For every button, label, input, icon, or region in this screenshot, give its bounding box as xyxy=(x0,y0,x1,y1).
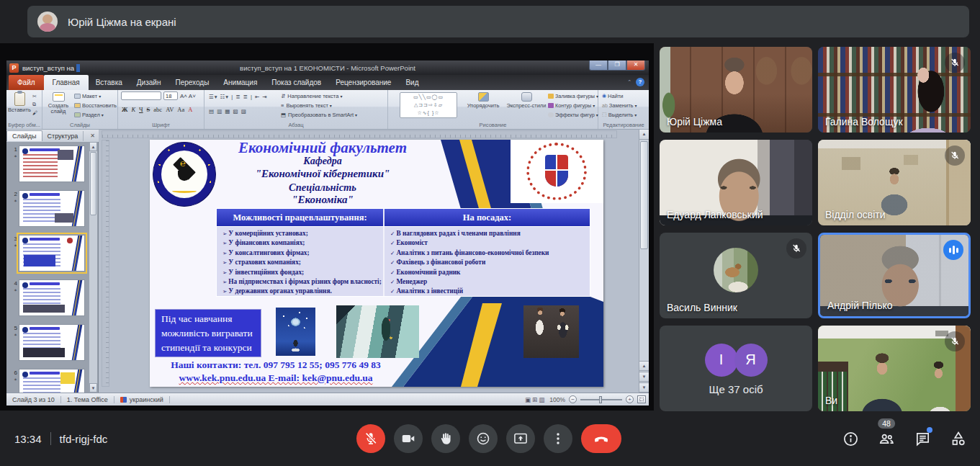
website-email-line: www.kek.pnu.edu.ua E-mail: kek@pnu.edu.u… xyxy=(150,372,402,384)
meeting-code: tfd-rigj-fdc xyxy=(60,433,108,445)
participant-tile[interactable]: Ви xyxy=(818,326,971,411)
participant-name: Юрій Ціжма xyxy=(667,116,722,127)
font-size-select[interactable]: 18 xyxy=(163,91,178,100)
overflow-avatar: Я xyxy=(734,344,768,377)
arrange-button[interactable]: Упорядочить xyxy=(463,92,503,109)
panel-scrollbar[interactable]: ▲▼ xyxy=(89,142,97,393)
shapes-gallery[interactable]: ▭╲╲▭◯▭△⊐⊐⇨⇩▱☆∿{ }☆ xyxy=(400,92,457,118)
participant-count-badge: 48 xyxy=(878,418,895,429)
present-button[interactable] xyxy=(506,424,535,453)
zoom-out-button[interactable]: − xyxy=(569,395,577,403)
participant-tile[interactable]: Галина Волощук xyxy=(818,47,971,133)
participant-tile[interactable]: Андрій Пілько xyxy=(818,233,971,318)
participant-name: Андрій Пілько xyxy=(827,300,893,311)
participant-name: Галина Волощук xyxy=(825,116,903,127)
tab-outline[interactable]: Структура xyxy=(42,131,84,141)
zoom-in-button[interactable]: + xyxy=(626,395,634,403)
slide-title: Економічний факультет Кафедра "Економічн… xyxy=(218,140,427,206)
screen-share-stage: P виступ_вступ на 1 виступ_вступ на 1 ЕК… xyxy=(0,43,654,411)
powerpoint-statusbar: Слайд 3 из 10 1. Тема Office украинский … xyxy=(6,393,649,405)
ribbon-tab[interactable]: Показ слайдов xyxy=(264,75,328,90)
powerpoint-titlebar: P виступ_вступ на 1 виступ_вступ на 1 ЕК… xyxy=(6,61,649,75)
participant-tile[interactable]: І Я Ще 37 осіб xyxy=(660,326,812,411)
chat-icon[interactable] xyxy=(914,430,931,447)
ribbon-tab[interactable]: Главная xyxy=(44,75,89,90)
mic-button[interactable] xyxy=(356,424,385,453)
slide-thumbnail[interactable]: 1 ✶ xyxy=(19,145,89,182)
view-buttons[interactable]: ▣⊞▥ xyxy=(525,396,546,403)
language-label: украинский xyxy=(114,396,170,403)
ribbon-tab[interactable]: Вид xyxy=(398,75,426,90)
horizontal-ruler xyxy=(102,130,617,138)
employment-table: Можливості працевлаштування: На посадах:… xyxy=(216,208,590,297)
slide-thumbnail[interactable]: 3 ✶ xyxy=(19,235,89,272)
participant-tile[interactable]: Юрій Ціжма xyxy=(660,47,812,133)
meet-bottom-bar: 13:34 tfd-rigj-fdc xyxy=(0,411,980,466)
slides-panel: Слайды Структура ✕ 1 ✶ xyxy=(6,130,99,393)
slide-photo-students xyxy=(523,305,579,358)
collapse-ribbon-icon[interactable]: ⌃ xyxy=(627,79,631,85)
contacts-line: Наші контакти: тел. 097 795 12 55; 095 7… xyxy=(150,359,402,371)
slide-photo-award xyxy=(336,305,419,358)
panel-close-icon[interactable]: ✕ xyxy=(90,133,99,139)
mic-muted-icon xyxy=(945,53,965,73)
ribbon-tab[interactable]: Переходы xyxy=(168,75,216,90)
powerpoint-window-title: виступ_вступ на 1 ЕКОНОМІСТИ - Microsoft… xyxy=(6,64,649,72)
zoom-slider[interactable] xyxy=(580,399,622,400)
activities-icon[interactable] xyxy=(950,430,967,447)
participant-photo-avatar xyxy=(714,248,758,292)
ribbon-tab[interactable]: Дизайн xyxy=(130,75,168,90)
slide-thumbnail[interactable]: 2 ✶ xyxy=(19,190,89,227)
promo-box: Під час навчання можливість вигравати ст… xyxy=(155,309,261,357)
maximize-button[interactable]: ❐ xyxy=(608,61,626,71)
ribbon-tabs: ФайлГлавнаяВставкаДизайнПереходыАнимация… xyxy=(6,75,649,90)
paste-button[interactable]: Вставить xyxy=(8,92,31,113)
slide-thumbnail[interactable]: 6 ✶ xyxy=(19,369,89,393)
participant-tile[interactable]: Відділ освіти xyxy=(818,140,971,225)
chat-notification-dot xyxy=(927,427,932,433)
ribbon-tab[interactable]: Анимация xyxy=(216,75,264,90)
quick-styles-button[interactable]: Экспресс-стили xyxy=(505,92,548,109)
mic-muted-icon xyxy=(945,331,965,351)
clock: 13:34 xyxy=(14,433,42,445)
more-participants-label: Ще 37 осіб xyxy=(709,383,763,395)
participant-name: Едуард Лапковський xyxy=(667,209,763,220)
tab-slides[interactable]: Слайды xyxy=(6,130,42,141)
slide-photo-contest xyxy=(276,308,315,356)
help-icon[interactable]: ? xyxy=(636,78,644,86)
end-call-button[interactable] xyxy=(581,424,621,453)
close-button[interactable]: ✕ xyxy=(626,61,645,71)
new-slide-button[interactable]: Создать слайд xyxy=(43,92,73,115)
vertical-ruler xyxy=(102,140,109,387)
ribbon-tab[interactable]: Вставка xyxy=(89,75,130,90)
ribbon: Вставить ✂ ⧉ 🖌 Буфер обм... Создать слай… xyxy=(6,90,649,130)
font-name-select[interactable] xyxy=(121,91,161,100)
raise-hand-button[interactable] xyxy=(431,424,460,453)
ribbon-tab[interactable]: Рецензирование xyxy=(328,75,398,90)
university-logo: ℮ xyxy=(153,142,216,207)
camera-button[interactable] xyxy=(394,424,423,453)
fit-slide-button[interactable] xyxy=(637,395,646,403)
ribbon-tab[interactable]: Файл xyxy=(9,75,44,90)
presenter-banner-label: Юрій Ціжма на екрані xyxy=(68,16,176,28)
info-icon[interactable] xyxy=(842,430,859,447)
slide-scrollbar[interactable]: ▲▲▼▼ xyxy=(639,130,649,393)
minimize-button[interactable]: — xyxy=(589,61,608,71)
zoom-level: 100% xyxy=(549,396,565,403)
people-icon[interactable]: 48 xyxy=(878,430,895,447)
slide-thumbnail[interactable]: 5 ✶ xyxy=(19,324,89,361)
participant-name: Відділ освіти xyxy=(825,209,886,220)
powerpoint-window: P виступ_вступ на 1 виступ_вступ на 1 ЕК… xyxy=(6,61,649,405)
slide-thumbnail[interactable]: 4 ✶ xyxy=(19,279,89,316)
overflow-avatar: І xyxy=(705,344,738,377)
presenter-banner: Юрій Ціжма на екрані xyxy=(27,6,969,37)
participants-grid: Юрій Ціжма Галина Волощук Едуард Лап xyxy=(660,47,971,411)
department-emblem xyxy=(511,140,603,203)
theme-label: 1. Тема Office xyxy=(61,396,114,403)
reactions-button[interactable] xyxy=(469,424,498,453)
slide-canvas: ℮ Економічний факультет Кафедра "Економі… xyxy=(150,140,603,387)
participant-tile[interactable]: Едуард Лапковський xyxy=(660,140,812,225)
speaking-indicator xyxy=(943,240,963,260)
participant-tile[interactable]: Василь Винник xyxy=(660,233,812,318)
more-options-button[interactable] xyxy=(544,424,572,453)
